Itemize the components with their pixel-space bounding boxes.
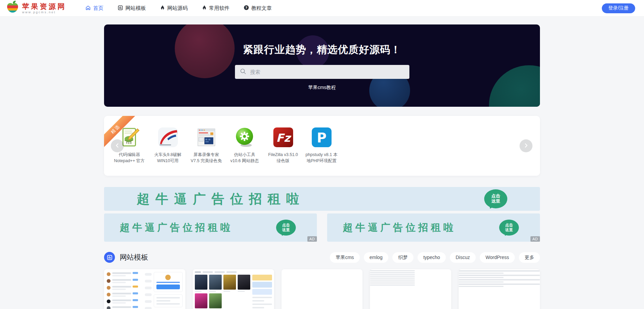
click-here-bubble: 点击这里: [484, 189, 507, 208]
nav-label: 首页: [93, 5, 103, 12]
locomotive-icon: [157, 127, 179, 148]
software-label: phpstudy v8.1 本地PHP环境配置: [302, 152, 341, 164]
ad-banner-row: 超牛逼广告位招租啦 点击这里 AD 超牛逼广告位招租啦 点击这里 AD: [104, 213, 540, 242]
tag-wordpress[interactable]: WordPress: [480, 252, 515, 263]
template-filter-tags: 苹果cms emlog 织梦 typecho Discuz WordPress …: [330, 252, 540, 263]
template-card-movie-dark[interactable]: [282, 269, 363, 309]
decor-circle-teal: [489, 65, 540, 107]
nav-item-articles[interactable]: ? 教程文章: [244, 5, 272, 12]
template-card-video-dark[interactable]: [459, 269, 540, 309]
nav-label: 网站源码: [167, 5, 188, 12]
phpstudy-icon: P: [311, 127, 332, 148]
ad-text: 超牛逼广告位招租啦: [137, 190, 305, 208]
question-icon: ?: [244, 5, 249, 11]
filezilla-icon: Fz: [273, 127, 294, 148]
tag-discuz[interactable]: Discuz: [450, 252, 476, 263]
software-label: 仿站小工具v10.6 网站静态: [225, 152, 264, 164]
tag-typecho[interactable]: typecho: [418, 252, 446, 263]
main-nav: 首页 网站模板 网站源码 常用软件 ? 教程文章: [85, 5, 272, 12]
ad-banner-small-left[interactable]: 超牛逼广告位招租啦 点击这里 AD: [104, 213, 317, 242]
svg-text:P: P: [317, 130, 326, 145]
tag-more[interactable]: 更多: [519, 252, 540, 263]
click-here-bubble: 点击这里: [276, 220, 296, 236]
template-grid-icon: [118, 5, 123, 12]
software-item-site-cloner[interactable]: 仿站小工具v10.6 网站静态: [225, 127, 264, 164]
hero-title: 紧跟行业趋势，精选优质好源码！: [104, 43, 540, 57]
template-thumbnail: [370, 270, 451, 286]
nav-label: 常用软件: [209, 5, 230, 12]
svg-text:?: ?: [245, 6, 248, 10]
carousel-items: 代码编辑器Notepad++ 官方 火车头9.8破解WIN10可用: [110, 127, 341, 164]
nav-item-source[interactable]: 网站源码: [160, 5, 188, 12]
template-card-movie-dense[interactable]: [370, 269, 451, 309]
flame-icon: [202, 5, 207, 12]
hero-banner: 紧跟行业趋势，精选优质好源码！ 苹果cms教程: [104, 24, 540, 107]
software-item-phpstudy[interactable]: P phpstudy v8.1 本地PHP环境配置: [302, 127, 341, 164]
search-box[interactable]: [235, 65, 409, 79]
header: 苹果资源网 www.pgcms.net 首页 网站模板 网站源码 常用软件 ? …: [0, 0, 644, 17]
tag-emlog[interactable]: emlog: [364, 252, 388, 263]
template-card-movie-grid[interactable]: [193, 269, 274, 309]
login-register-button[interactable]: 登录/注册: [602, 3, 635, 13]
chevron-right-icon: [524, 143, 528, 149]
gear-ball-icon: [234, 127, 255, 148]
search-icon: [240, 68, 247, 76]
tag-applecms[interactable]: 苹果cms: [330, 252, 360, 263]
ad-banner-small-right[interactable]: 超牛逼广告位招租啦 点击这里 AD: [327, 213, 540, 242]
featured-software-carousel: 精选 代码编辑器Notepad++ 官方: [104, 116, 540, 176]
nav-label: 教程文章: [251, 5, 272, 12]
software-item-filezilla[interactable]: Fz FileZilla v3.51.0绿色版: [264, 127, 302, 164]
software-item-screen-recorder[interactable]: 屏幕录像专家V7.5 完美绿色免: [187, 127, 225, 164]
software-item-locomotive[interactable]: 火车头9.8破解WIN10可用: [149, 127, 187, 164]
software-label: FileZilla v3.51.0绿色版: [264, 152, 302, 164]
templates-section-header: 网站模板 苹果cms emlog 织梦 typecho Discuz WordP…: [104, 252, 540, 263]
template-cards-row: [104, 269, 540, 309]
template-thumbnail: [459, 270, 540, 287]
software-label: 火车头9.8破解WIN10可用: [149, 152, 187, 164]
template-thumbnail: [193, 269, 274, 309]
site-domain: www.pgcms.net: [22, 11, 66, 14]
software-label: 代码编辑器Notepad++ 官方: [110, 152, 149, 164]
hero-tutorial-link[interactable]: 苹果cms教程: [308, 85, 336, 91]
nav-item-templates[interactable]: 网站模板: [118, 5, 146, 12]
nav-item-software[interactable]: 常用软件: [202, 5, 230, 12]
ad-badge: AD: [530, 236, 540, 242]
site-title: 苹果资源网: [22, 2, 66, 10]
apple-logo-icon: [6, 0, 19, 16]
template-thumbnail: [104, 269, 185, 309]
ad-banner-large[interactable]: 超牛逼广告位招租啦 点击这里: [104, 187, 540, 211]
site-logo[interactable]: 苹果资源网 www.pgcms.net: [6, 0, 66, 16]
template-card-forum[interactable]: [104, 269, 185, 309]
nav-label: 网站模板: [125, 5, 146, 12]
search-input[interactable]: [250, 69, 405, 75]
chevron-left-icon: [115, 143, 120, 149]
click-here-bubble: 点击这里: [499, 220, 519, 236]
section-title: 网站模板: [120, 253, 148, 262]
flame-icon: [160, 5, 165, 12]
carousel-next-button[interactable]: [520, 139, 532, 152]
template-section-icon: [104, 252, 115, 263]
carousel-prev-button[interactable]: [111, 139, 124, 152]
home-icon: [85, 5, 91, 12]
nav-item-home[interactable]: 首页: [85, 5, 103, 12]
svg-text:Fz: Fz: [276, 131, 291, 144]
tag-dedecms[interactable]: 织梦: [392, 252, 413, 263]
software-label: 屏幕录像专家V7.5 完美绿色免: [187, 152, 225, 164]
ad-text: 超牛逼广告位招租啦: [120, 221, 233, 235]
ad-badge: AD: [307, 236, 317, 242]
screen-recorder-icon: [196, 127, 217, 148]
ad-text: 超牛逼广告位招租啦: [343, 221, 456, 235]
